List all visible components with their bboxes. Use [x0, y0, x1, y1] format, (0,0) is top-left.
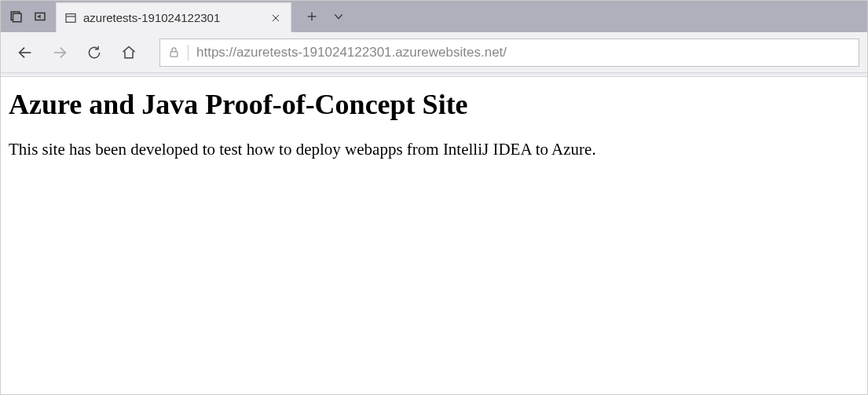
close-icon[interactable]: [269, 11, 283, 25]
page-body-text: This site has been developed to test how…: [9, 138, 859, 160]
lock-icon: [168, 46, 180, 58]
toolbar: https://azuretests-191024122301.azureweb…: [1, 32, 867, 73]
svg-rect-11: [170, 52, 178, 57]
svg-rect-1: [13, 13, 22, 22]
address-separator: [188, 45, 189, 60]
tab-bar: azuretests-191024122301: [1, 1, 867, 32]
page-heading: Azure and Java Proof-of-Concept Site: [9, 88, 859, 121]
tab-actions-icon[interactable]: [329, 7, 348, 26]
tab-bar-left-controls: [1, 1, 56, 32]
address-url: https://azuretests-191024122301.azureweb…: [196, 45, 507, 60]
tab-bar-right-controls: [291, 1, 348, 32]
forward-button: [43, 36, 76, 69]
home-button[interactable]: [112, 36, 145, 69]
tab-active[interactable]: azuretests-191024122301: [56, 2, 291, 32]
address-bar[interactable]: https://azuretests-191024122301.azureweb…: [159, 38, 859, 67]
tab-title: azuretests-191024122301: [83, 11, 262, 24]
svg-rect-2: [35, 13, 45, 20]
set-tabs-aside-icon[interactable]: [7, 7, 26, 26]
show-tabs-aside-icon[interactable]: [31, 7, 49, 26]
svg-rect-3: [66, 13, 75, 22]
refresh-button[interactable]: [78, 36, 111, 69]
back-button[interactable]: [9, 36, 42, 69]
new-tab-icon[interactable]: [302, 7, 321, 26]
page-content: Azure and Java Proof-of-Concept Site Thi…: [1, 77, 867, 171]
page-icon: [64, 12, 77, 24]
